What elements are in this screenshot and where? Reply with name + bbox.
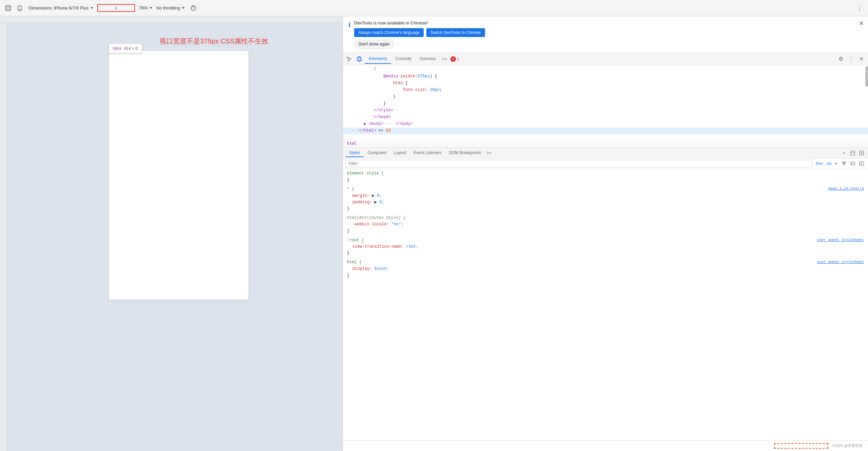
style-selector-element[interactable]: element.style { <box>347 170 864 177</box>
svg-rect-15 <box>843 163 845 164</box>
devtools-toolbar: Dimensions: iPhone 6/7/8 Plus 414 x 736 … <box>0 0 868 16</box>
code-line-selected[interactable]: ···</html> == $0 <box>343 128 868 134</box>
style-block-root: user agent stylesheet :root { view-trans… <box>347 237 864 257</box>
style-block-html: user agent stylesheet html { display: bl… <box>347 259 864 279</box>
tab-layout[interactable]: Layout <box>390 149 409 157</box>
toolbar-more-icon[interactable]: ⋮ <box>854 3 865 13</box>
device-toggle-icon[interactable] <box>15 3 24 13</box>
file-ref-universal[interactable]: demo_3_10.html:8 <box>828 186 864 192</box>
throttle-dropdown-icon <box>182 7 185 9</box>
notification-close-button[interactable]: ✕ <box>859 20 864 27</box>
tab-styles[interactable]: Styles <box>346 149 364 157</box>
style-prop-display[interactable]: display: block; <box>347 266 864 272</box>
svg-rect-16 <box>843 165 845 165</box>
color-format-icon[interactable] <box>858 160 865 167</box>
styles-filter-input[interactable] <box>346 160 812 167</box>
force-state-icon[interactable] <box>849 149 856 157</box>
error-count-badge: ✕ <box>450 56 456 62</box>
vertical-ruler <box>0 23 7 451</box>
viewport-area: 视口宽度不是375px CSS属性不生效 html 414 × 0 <box>0 16 343 451</box>
style-block-universal: demo_3_10.html:8 * { margin: ▶ 0; paddin… <box>347 186 864 212</box>
file-ref-root[interactable]: user agent stylesheet <box>817 237 864 243</box>
tab-console[interactable]: Console <box>391 54 416 64</box>
style-selector-html[interactable]: user agent stylesheet html { <box>347 259 864 266</box>
styles-code-content[interactable]: element.style { } demo_3_10.html:8 * { m… <box>343 169 868 440</box>
element-tooltip: html 414 × 0 <box>109 43 142 53</box>
svg-rect-0 <box>6 6 11 11</box>
dim-separator: x <box>115 5 117 11</box>
code-line: </head> <box>343 114 868 121</box>
add-style-icon[interactable]: + <box>840 149 848 157</box>
style-close-html: } <box>347 273 864 279</box>
breadcrumb-tag[interactable]: html <box>347 141 357 146</box>
style-prop-margin[interactable]: margin: ▶ 0; <box>347 193 864 199</box>
style-prop-view-transition[interactable]: view-transition-name: root; <box>347 244 864 250</box>
settings-gear-icon[interactable]: ⚙ <box>836 54 846 64</box>
code-scrollbar-thumb[interactable] <box>865 67 868 87</box>
devtools-tabs-bar: Elements Console Sources >> ✕ 1 ⚙ ⋮ ✕ <box>343 53 868 65</box>
svg-rect-7 <box>357 57 361 61</box>
switch-chinese-button[interactable]: Switch DevTools to Chinese <box>426 28 485 37</box>
tab-event-listeners[interactable]: Event Listeners <box>410 149 445 157</box>
style-selector-universal[interactable]: demo_3_10.html:8 * { <box>347 186 864 192</box>
notification-info-icon: ℹ <box>348 21 351 29</box>
style-prop-webkit-locale[interactable]: -webkit-locale: "en"; <box>347 221 864 228</box>
style-selector-html-attr[interactable]: html[Attributes Style] { <box>347 215 864 221</box>
code-line: html { <box>343 80 868 87</box>
height-input[interactable]: 736 <box>119 5 132 11</box>
width-input[interactable]: 414 <box>100 5 114 11</box>
new-style-rule-icon[interactable] <box>858 149 865 157</box>
viewport-content: 视口宽度不是375px CSS属性不生效 html 414 × 0 <box>7 23 343 451</box>
svg-rect-14 <box>842 162 846 163</box>
dont-show-button[interactable]: Don't show again <box>354 40 394 49</box>
style-close-element: } <box>347 177 864 183</box>
error-count: 1 <box>457 57 459 61</box>
style-block-html-attr: html[Attributes Style] { -webkit-locale:… <box>347 215 864 234</box>
throttle-selector[interactable]: No throttling <box>156 5 185 11</box>
style-block-element: element.style { } <box>347 170 864 183</box>
tab-computed[interactable]: Computed <box>364 149 390 157</box>
inspect-toggle-icon[interactable] <box>3 3 13 13</box>
svg-rect-9 <box>851 151 855 155</box>
devtools-more-icon[interactable]: ⋮ <box>846 54 856 64</box>
toolbar-left-icons <box>3 3 24 13</box>
horizontal-ruler <box>0 16 343 23</box>
style-close-html-attr: } <box>347 228 864 234</box>
style-close-universal: } <box>347 206 864 212</box>
tab-dom-breakpoints[interactable]: DOM Breakpoints <box>446 149 485 157</box>
code-line: @media (width:375px) { <box>343 73 868 80</box>
styles-action-icons: + <box>840 149 865 157</box>
add-class-button[interactable]: .cls <box>826 161 832 166</box>
elements-code-area[interactable]: 7 @media (width:375px) { html { font-siz… <box>343 65 868 140</box>
file-ref-html[interactable]: user agent stylesheet <box>817 259 864 265</box>
style-prop-padding[interactable]: padding: ▶ 0; <box>347 199 864 206</box>
toggle-filter-icon[interactable] <box>840 160 848 167</box>
tab-elements[interactable]: Elements <box>365 54 391 64</box>
device-mode-icon[interactable] <box>354 54 364 64</box>
inspect-value-icon[interactable] <box>849 160 856 167</box>
devtools-close-icon[interactable]: ✕ <box>856 54 866 64</box>
styles-tabs-more[interactable]: >> <box>485 150 493 156</box>
devtools-panel: ℹ DevTools is now available in Chinese! … <box>343 16 868 451</box>
breadcrumb-bar: html <box>343 140 868 148</box>
csdn-dashed-box <box>774 443 828 449</box>
notification-buttons: Always match Chrome's language Switch De… <box>354 28 863 37</box>
device-label: Dimensions: iPhone 6/7/8 Plus <box>28 5 89 11</box>
zoom-selector[interactable]: 78% <box>139 5 152 11</box>
tooltip-tag: html <box>113 46 121 51</box>
styles-panel: Styles Computed Layout Event Listeners D… <box>343 148 868 440</box>
tabs-more-button[interactable]: >> <box>440 55 449 63</box>
rotate-icon[interactable] <box>189 3 198 13</box>
inspect-element-icon[interactable] <box>344 54 354 64</box>
device-selector[interactable]: Dimensions: iPhone 6/7/8 Plus <box>28 5 93 11</box>
add-rule-button[interactable]: + <box>834 161 837 167</box>
error-badge: ✕ 1 <box>450 56 459 62</box>
throttle-label: No throttling <box>156 5 180 11</box>
filter-icons-right <box>840 160 865 167</box>
svg-rect-1 <box>7 7 9 10</box>
force-state-button[interactable]: :hov <box>815 161 823 166</box>
tab-sources[interactable]: Sources <box>416 54 440 64</box>
phone-screen <box>109 50 249 300</box>
style-selector-root[interactable]: user agent stylesheet :root { <box>347 237 864 244</box>
match-language-button[interactable]: Always match Chrome's language <box>354 28 424 37</box>
